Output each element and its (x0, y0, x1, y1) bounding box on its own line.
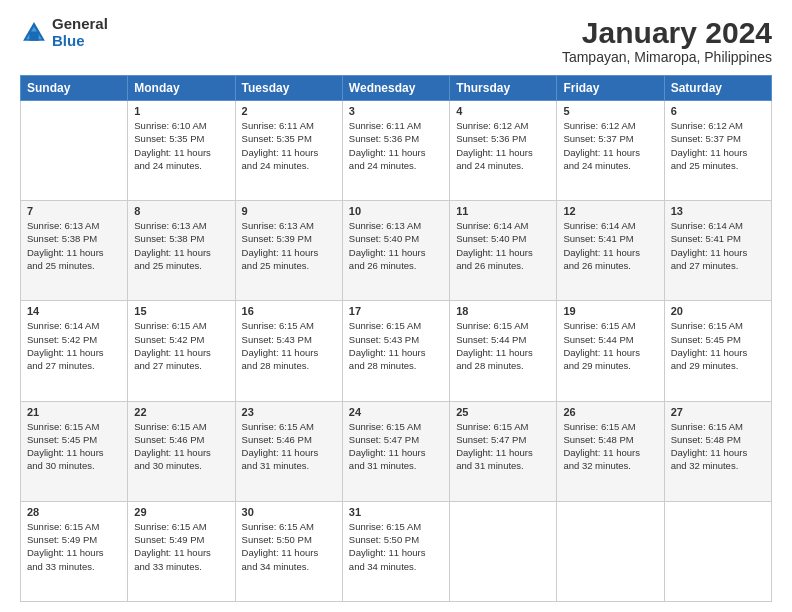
day-number: 23 (242, 406, 336, 418)
cell-week3-day3: 24Sunrise: 6:15 AM Sunset: 5:47 PM Dayli… (342, 401, 449, 501)
cell-week3-day1: 22Sunrise: 6:15 AM Sunset: 5:46 PM Dayli… (128, 401, 235, 501)
cell-week4-day0: 28Sunrise: 6:15 AM Sunset: 5:49 PM Dayli… (21, 501, 128, 601)
col-thursday: Thursday (450, 76, 557, 101)
week-row-2: 14Sunrise: 6:14 AM Sunset: 5:42 PM Dayli… (21, 301, 772, 401)
col-saturday: Saturday (664, 76, 771, 101)
cell-info: Sunrise: 6:15 AM Sunset: 5:42 PM Dayligh… (134, 319, 228, 372)
week-row-0: 1Sunrise: 6:10 AM Sunset: 5:35 PM Daylig… (21, 101, 772, 201)
header-row: Sunday Monday Tuesday Wednesday Thursday… (21, 76, 772, 101)
cell-info: Sunrise: 6:12 AM Sunset: 5:37 PM Dayligh… (671, 119, 765, 172)
cell-week1-day5: 12Sunrise: 6:14 AM Sunset: 5:41 PM Dayli… (557, 201, 664, 301)
day-number: 24 (349, 406, 443, 418)
cell-week2-day3: 17Sunrise: 6:15 AM Sunset: 5:43 PM Dayli… (342, 301, 449, 401)
cell-info: Sunrise: 6:11 AM Sunset: 5:36 PM Dayligh… (349, 119, 443, 172)
cell-week0-day1: 1Sunrise: 6:10 AM Sunset: 5:35 PM Daylig… (128, 101, 235, 201)
calendar-title: January 2024 (562, 16, 772, 49)
day-number: 9 (242, 205, 336, 217)
cell-week2-day2: 16Sunrise: 6:15 AM Sunset: 5:43 PM Dayli… (235, 301, 342, 401)
cell-info: Sunrise: 6:15 AM Sunset: 5:49 PM Dayligh… (134, 520, 228, 573)
day-number: 1 (134, 105, 228, 117)
cell-week4-day2: 30Sunrise: 6:15 AM Sunset: 5:50 PM Dayli… (235, 501, 342, 601)
day-number: 6 (671, 105, 765, 117)
day-number: 25 (456, 406, 550, 418)
day-number: 7 (27, 205, 121, 217)
cell-week1-day3: 10Sunrise: 6:13 AM Sunset: 5:40 PM Dayli… (342, 201, 449, 301)
day-number: 15 (134, 305, 228, 317)
cell-week3-day0: 21Sunrise: 6:15 AM Sunset: 5:45 PM Dayli… (21, 401, 128, 501)
logo: General Blue (20, 16, 108, 49)
cell-info: Sunrise: 6:14 AM Sunset: 5:40 PM Dayligh… (456, 219, 550, 272)
day-number: 28 (27, 506, 121, 518)
col-monday: Monday (128, 76, 235, 101)
cell-week1-day6: 13Sunrise: 6:14 AM Sunset: 5:41 PM Dayli… (664, 201, 771, 301)
logo-icon (20, 19, 48, 47)
day-number: 19 (563, 305, 657, 317)
header: General Blue January 2024 Tampayan, Mima… (20, 16, 772, 65)
day-number: 22 (134, 406, 228, 418)
cell-info: Sunrise: 6:15 AM Sunset: 5:47 PM Dayligh… (349, 420, 443, 473)
day-number: 3 (349, 105, 443, 117)
cell-info: Sunrise: 6:14 AM Sunset: 5:41 PM Dayligh… (563, 219, 657, 272)
cell-week1-day0: 7Sunrise: 6:13 AM Sunset: 5:38 PM Daylig… (21, 201, 128, 301)
cell-week0-day2: 2Sunrise: 6:11 AM Sunset: 5:35 PM Daylig… (235, 101, 342, 201)
cell-info: Sunrise: 6:12 AM Sunset: 5:37 PM Dayligh… (563, 119, 657, 172)
cell-week2-day6: 20Sunrise: 6:15 AM Sunset: 5:45 PM Dayli… (664, 301, 771, 401)
day-number: 30 (242, 506, 336, 518)
cell-info: Sunrise: 6:13 AM Sunset: 5:38 PM Dayligh… (27, 219, 121, 272)
cell-info: Sunrise: 6:15 AM Sunset: 5:46 PM Dayligh… (134, 420, 228, 473)
day-number: 14 (27, 305, 121, 317)
cell-info: Sunrise: 6:12 AM Sunset: 5:36 PM Dayligh… (456, 119, 550, 172)
col-tuesday: Tuesday (235, 76, 342, 101)
page: General Blue January 2024 Tampayan, Mima… (0, 0, 792, 612)
cell-week4-day5 (557, 501, 664, 601)
cell-week1-day4: 11Sunrise: 6:14 AM Sunset: 5:40 PM Dayli… (450, 201, 557, 301)
cell-week1-day1: 8Sunrise: 6:13 AM Sunset: 5:38 PM Daylig… (128, 201, 235, 301)
col-sunday: Sunday (21, 76, 128, 101)
day-number: 21 (27, 406, 121, 418)
calendar-body: 1Sunrise: 6:10 AM Sunset: 5:35 PM Daylig… (21, 101, 772, 602)
cell-info: Sunrise: 6:15 AM Sunset: 5:50 PM Dayligh… (349, 520, 443, 573)
day-number: 17 (349, 305, 443, 317)
day-number: 13 (671, 205, 765, 217)
cell-info: Sunrise: 6:10 AM Sunset: 5:35 PM Dayligh… (134, 119, 228, 172)
cell-week3-day5: 26Sunrise: 6:15 AM Sunset: 5:48 PM Dayli… (557, 401, 664, 501)
day-number: 12 (563, 205, 657, 217)
logo-blue-text: Blue (52, 33, 108, 50)
day-number: 20 (671, 305, 765, 317)
day-number: 26 (563, 406, 657, 418)
cell-info: Sunrise: 6:15 AM Sunset: 5:50 PM Dayligh… (242, 520, 336, 573)
cell-info: Sunrise: 6:13 AM Sunset: 5:40 PM Dayligh… (349, 219, 443, 272)
cell-info: Sunrise: 6:14 AM Sunset: 5:41 PM Dayligh… (671, 219, 765, 272)
cell-info: Sunrise: 6:15 AM Sunset: 5:49 PM Dayligh… (27, 520, 121, 573)
day-number: 10 (349, 205, 443, 217)
day-number: 18 (456, 305, 550, 317)
cell-week2-day1: 15Sunrise: 6:15 AM Sunset: 5:42 PM Dayli… (128, 301, 235, 401)
cell-week0-day5: 5Sunrise: 6:12 AM Sunset: 5:37 PM Daylig… (557, 101, 664, 201)
cell-week2-day4: 18Sunrise: 6:15 AM Sunset: 5:44 PM Dayli… (450, 301, 557, 401)
cell-week0-day0 (21, 101, 128, 201)
day-number: 31 (349, 506, 443, 518)
cell-info: Sunrise: 6:15 AM Sunset: 5:46 PM Dayligh… (242, 420, 336, 473)
cell-info: Sunrise: 6:15 AM Sunset: 5:45 PM Dayligh… (671, 319, 765, 372)
day-number: 27 (671, 406, 765, 418)
cell-week0-day4: 4Sunrise: 6:12 AM Sunset: 5:36 PM Daylig… (450, 101, 557, 201)
cell-week2-day0: 14Sunrise: 6:14 AM Sunset: 5:42 PM Dayli… (21, 301, 128, 401)
col-friday: Friday (557, 76, 664, 101)
cell-info: Sunrise: 6:15 AM Sunset: 5:45 PM Dayligh… (27, 420, 121, 473)
day-number: 2 (242, 105, 336, 117)
cell-info: Sunrise: 6:15 AM Sunset: 5:47 PM Dayligh… (456, 420, 550, 473)
cell-week2-day5: 19Sunrise: 6:15 AM Sunset: 5:44 PM Dayli… (557, 301, 664, 401)
cell-week3-day6: 27Sunrise: 6:15 AM Sunset: 5:48 PM Dayli… (664, 401, 771, 501)
calendar-table: Sunday Monday Tuesday Wednesday Thursday… (20, 75, 772, 602)
cell-info: Sunrise: 6:13 AM Sunset: 5:38 PM Dayligh… (134, 219, 228, 272)
logo-general-text: General (52, 16, 108, 33)
week-row-4: 28Sunrise: 6:15 AM Sunset: 5:49 PM Dayli… (21, 501, 772, 601)
week-row-1: 7Sunrise: 6:13 AM Sunset: 5:38 PM Daylig… (21, 201, 772, 301)
cell-week4-day6 (664, 501, 771, 601)
cell-info: Sunrise: 6:15 AM Sunset: 5:44 PM Dayligh… (456, 319, 550, 372)
cell-info: Sunrise: 6:11 AM Sunset: 5:35 PM Dayligh… (242, 119, 336, 172)
cell-week3-day2: 23Sunrise: 6:15 AM Sunset: 5:46 PM Dayli… (235, 401, 342, 501)
day-number: 16 (242, 305, 336, 317)
calendar-header: Sunday Monday Tuesday Wednesday Thursday… (21, 76, 772, 101)
day-number: 5 (563, 105, 657, 117)
